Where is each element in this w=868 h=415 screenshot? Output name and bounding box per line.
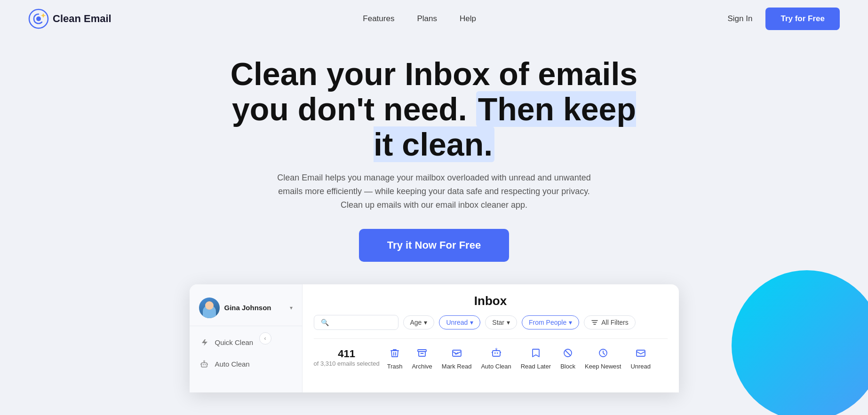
all-filters-label: All Filters [601, 319, 629, 326]
filter-age-label: Age [410, 319, 422, 326]
auto-clean-button[interactable]: Auto Clean [481, 345, 511, 370]
hero-section: Clean your Inbox of emails you don't nee… [0, 38, 868, 392]
sidebar-item-quick-clean[interactable]: Quick Clean [190, 332, 302, 353]
hero-title: Clean your Inbox of emails you don't nee… [223, 56, 646, 162]
filter-from-people-button[interactable]: From People ▾ [522, 315, 579, 329]
filter-unread-arrow: ▾ [470, 319, 473, 326]
filter-from-people-label: From People [529, 319, 566, 326]
unread-label: Unread [630, 363, 651, 370]
mark-read-label: Mark Read [442, 363, 472, 370]
user-name: Gina Johnson [224, 304, 271, 312]
sidebar-collapse-button[interactable]: ‹ [259, 332, 271, 345]
count-number: 411 [314, 348, 380, 360]
user-chevron-icon: ▾ [290, 305, 293, 311]
read-later-label: Read Later [521, 363, 551, 370]
sidebar-item-auto-clean-label: Auto Clean [215, 360, 250, 368]
mark-read-icon [449, 345, 464, 360]
main-content: Inbox 🔍 Age ▾ Unread ▾ Star [303, 284, 679, 392]
filter-from-people-arrow: ▾ [569, 319, 572, 326]
trash-button[interactable]: Trash [387, 345, 403, 370]
filter-unread-button[interactable]: Unread ▾ [439, 315, 480, 329]
svg-rect-3 [203, 364, 204, 365]
svg-rect-4 [205, 364, 206, 365]
filter-icon [591, 319, 598, 326]
svg-point-6 [203, 360, 205, 362]
sidebar-user[interactable]: Gina Johnson ▾ [190, 294, 302, 326]
archive-icon [414, 345, 430, 360]
app-preview: Gina Johnson ▾ Quick Clean [190, 284, 679, 392]
mark-read-button[interactable]: Mark Read [442, 345, 472, 370]
hero-subtitle: Clean Email helps you manage your mailbo… [270, 171, 599, 211]
archive-label: Archive [412, 363, 432, 370]
decorative-circle [732, 270, 868, 415]
svg-line-19 [565, 350, 571, 356]
lightning-icon [199, 337, 209, 348]
signin-link[interactable]: Sign In [728, 14, 753, 23]
logo[interactable]: Clean Email [28, 8, 111, 29]
auto-clean-label: Auto Clean [481, 363, 511, 370]
unread-icon [633, 345, 648, 360]
inbox-title: Inbox [314, 294, 668, 308]
search-box[interactable]: 🔍 [314, 315, 398, 330]
action-bar: 411 of 3,310 emails selected Trash [314, 338, 668, 370]
svg-rect-12 [494, 352, 496, 354]
auto-clean-icon [489, 345, 504, 360]
navbar: Clean Email Features Plans Help Sign In … [0, 0, 868, 38]
toolbar: 🔍 Age ▾ Unread ▾ Star ▾ Fro [314, 315, 668, 330]
block-icon [560, 345, 575, 360]
filter-star-button[interactable]: Star ▾ [485, 315, 517, 329]
keep-newest-label: Keep Newest [585, 363, 621, 370]
filter-star-label: Star [492, 319, 504, 326]
nav-actions: Sign In Try for Free [728, 8, 840, 30]
archive-button[interactable]: Archive [412, 345, 432, 370]
svg-rect-13 [497, 352, 498, 354]
read-later-icon [528, 345, 543, 360]
nav-link-plans[interactable]: Plans [417, 14, 437, 23]
svg-point-15 [495, 348, 497, 350]
app-preview-wrapper: Gina Johnson ▾ Quick Clean [152, 284, 717, 392]
nav-link-help[interactable]: Help [460, 14, 476, 23]
hero-title-line2-normal: you don't need. [232, 91, 467, 127]
selected-count: 411 of 3,310 emails selected [314, 348, 380, 367]
unread-button[interactable]: Unread [630, 345, 651, 370]
sidebar-item-auto-clean[interactable]: Auto Clean [190, 353, 302, 375]
svg-point-1 [36, 16, 41, 21]
read-later-button[interactable]: Read Later [521, 345, 551, 370]
svg-rect-9 [418, 350, 426, 352]
svg-rect-2 [201, 363, 207, 367]
svg-rect-21 [637, 350, 645, 356]
trash-label: Trash [387, 363, 403, 370]
avatar [199, 298, 220, 318]
keep-newest-button[interactable]: Keep Newest [585, 345, 621, 370]
count-of-text: of 3,310 emails selected [314, 360, 380, 367]
trash-icon [387, 345, 402, 360]
svg-rect-11 [493, 351, 500, 356]
sidebar: Gina Johnson ▾ Quick Clean [190, 284, 303, 392]
nav-try-button[interactable]: Try for Free [765, 8, 840, 30]
search-icon: 🔍 [321, 319, 329, 326]
nav-link-features[interactable]: Features [363, 14, 394, 23]
action-buttons: Trash Archive [387, 345, 651, 370]
filter-age-button[interactable]: Age ▾ [403, 315, 435, 329]
logo-icon [28, 8, 49, 29]
sidebar-item-quick-clean-label: Quick Clean [215, 338, 254, 346]
all-filters-button[interactable]: All Filters [584, 315, 636, 329]
nav-links: Features Plans Help [363, 14, 476, 23]
filter-unread-label: Unread [446, 319, 468, 326]
block-label: Block [560, 363, 575, 370]
hero-cta-button[interactable]: Try it Now For Free [359, 229, 509, 262]
logo-text: Clean Email [53, 13, 111, 25]
block-button[interactable]: Block [560, 345, 575, 370]
hero-title-line1: Clean your Inbox of emails [231, 56, 637, 92]
filter-age-arrow: ▾ [424, 319, 427, 326]
keep-newest-icon [596, 345, 611, 360]
filter-star-arrow: ▾ [507, 319, 510, 326]
robot-icon [199, 359, 209, 369]
